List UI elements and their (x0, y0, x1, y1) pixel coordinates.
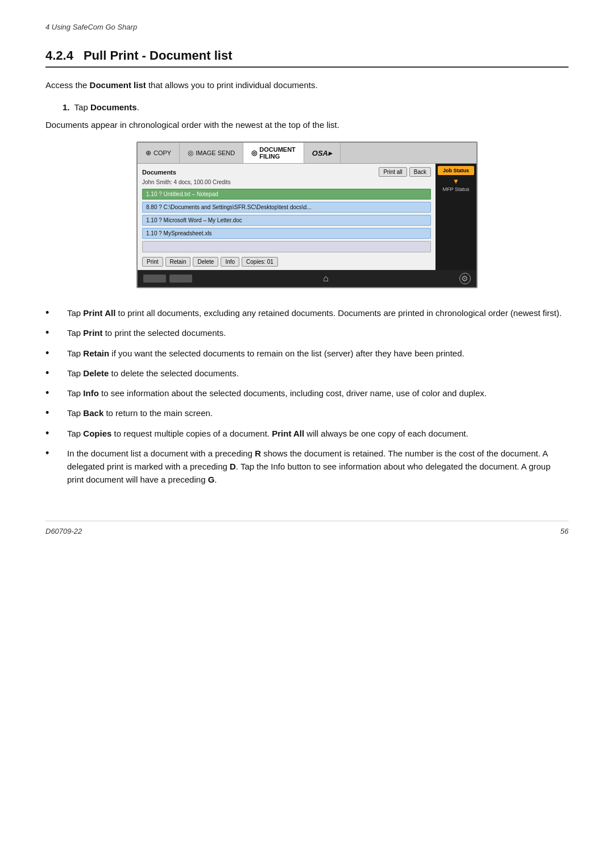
bullet-r-d-g: • In the document list a document with a… (45, 447, 569, 487)
chapter-label: 4 Using SafeCom Go Sharp (45, 23, 569, 31)
bullet-dot: • (45, 368, 59, 378)
tab-document-filing[interactable]: ◎ DOCUMENTFILING (243, 143, 304, 163)
bullet-dot: • (45, 428, 59, 438)
back-button[interactable]: Back (409, 167, 431, 177)
doc-item-1[interactable]: 1.10 ? Untitled.txt – Notepad (142, 189, 431, 200)
mfp-status-label: MFP Status (443, 186, 470, 192)
printer-ui-screenshot: ⊕ COPY ◎ IMAGE SEND ◎ DOCUMENTFILING OSA… (136, 142, 478, 288)
tab-image-send-label: IMAGE SEND (196, 149, 235, 156)
bottom-bar-left (143, 275, 192, 283)
bullet-back-text: Tap Back to return to the main screen. (67, 406, 213, 420)
image-send-icon: ◎ (188, 149, 193, 157)
step-1-label: 1. Tap Documents. (63, 102, 569, 112)
tab-osa[interactable]: OSA▸ (304, 143, 341, 163)
intro-text: Access the Document list that allows you… (45, 79, 569, 92)
settings-icon[interactable]: ⚙ (459, 273, 471, 284)
doc-order-text: Documents appear in chronological order … (45, 119, 569, 132)
bullet-dot: • (45, 448, 59, 458)
bullet-print-all: • Tap Print All to print all documents, … (45, 306, 569, 319)
bullet-r-d-g-text: In the document list a document with a p… (67, 447, 569, 487)
delete-button[interactable]: Delete (193, 257, 218, 267)
info-button[interactable]: Info (221, 257, 239, 267)
section-title: 4.2.4Pull Print - Document list (45, 48, 569, 68)
bullet-dot: • (45, 327, 59, 338)
doc-item-2[interactable]: 8.80 ? C:\Documents and Settings\SFR.SC\… (142, 202, 431, 213)
bullet-back: • Tap Back to return to the main screen. (45, 406, 569, 420)
bullet-info-text: Tap Info to see information about the se… (67, 387, 487, 400)
bullet-retain: • Tap Retain if you want the selected do… (45, 347, 569, 360)
bullet-info: • Tap Info to see information about the … (45, 387, 569, 400)
docs-header: Documents Print all Back (142, 167, 431, 177)
doc-item-4[interactable]: 1.10 ? MySpreadsheet.xls (142, 228, 431, 239)
document-filing-icon: ◎ (251, 149, 257, 157)
bullet-print-all-text: Tap Print All to print all documents, ex… (67, 306, 562, 319)
tab-document-filing-label: DOCUMENTFILING (259, 146, 296, 160)
bullet-delete: • Tap Delete to delete the selected docu… (45, 367, 569, 380)
footer-doc-number: D60709-22 (45, 527, 82, 535)
retain-button[interactable]: Retain (165, 257, 191, 267)
bullet-dot: • (45, 388, 59, 398)
bullet-delete-text: Tap Delete to delete the selected docume… (67, 367, 239, 380)
printer-ui-content: Documents Print all Back John Smith: 4 d… (138, 164, 435, 270)
header-buttons: Print all Back (379, 167, 431, 177)
bullet-copies-text: Tap Copies to request multiple copies of… (67, 427, 468, 440)
bullet-dot: • (45, 348, 59, 358)
tab-copy[interactable]: ⊕ COPY (138, 143, 180, 163)
tab-copy-label: COPY (154, 149, 171, 156)
bullet-retain-text: Tap Retain if you want the selected docu… (67, 347, 464, 360)
copies-button[interactable]: Copies: 01 (242, 257, 278, 267)
bullet-list: • Tap Print All to print all documents, … (45, 306, 569, 487)
arrow-down-icon: ▼ (453, 177, 459, 185)
user-info: John Smith: 4 docs, 100.00 Credits (142, 179, 431, 185)
page-footer: D60709-22 56 (45, 521, 569, 535)
documents-label: Documents (142, 169, 176, 176)
printer-ui-main: Documents Print all Back John Smith: 4 d… (138, 164, 476, 270)
action-buttons: Print Retain Delete Info Copies: 01 (142, 257, 431, 267)
home-icon[interactable]: ⌂ (323, 273, 329, 284)
bullet-dot: • (45, 308, 59, 318)
right-panel: Job Status ▼ MFP Status (435, 164, 476, 270)
tab-osa-label: OSA▸ (312, 149, 332, 157)
bullet-print: • Tap Print to print the selected docume… (45, 326, 569, 339)
footer-page-number: 56 (561, 527, 569, 535)
print-button[interactable]: Print (142, 257, 163, 267)
doc-item-5 (142, 241, 431, 252)
doc-item-3[interactable]: 1.10 ? Microsoft Word – My Letter.doc (142, 215, 431, 226)
section-number: 4.2.4 (45, 48, 73, 63)
bullet-print-text: Tap Print to print the selected document… (67, 326, 226, 339)
printer-bottom-bar: ⌂ ⚙ (138, 270, 476, 287)
bullet-copies: • Tap Copies to request multiple copies … (45, 427, 569, 440)
job-status-button[interactable]: Job Status (438, 166, 474, 175)
bar-btn-2 (169, 275, 192, 283)
bar-btn-1 (143, 275, 166, 283)
print-all-button[interactable]: Print all (379, 167, 406, 177)
tab-bar: ⊕ COPY ◎ IMAGE SEND ◎ DOCUMENTFILING OSA… (138, 143, 476, 164)
tab-image-send[interactable]: ◎ IMAGE SEND (180, 143, 243, 163)
bullet-dot: • (45, 408, 59, 418)
copy-icon: ⊕ (146, 149, 151, 157)
